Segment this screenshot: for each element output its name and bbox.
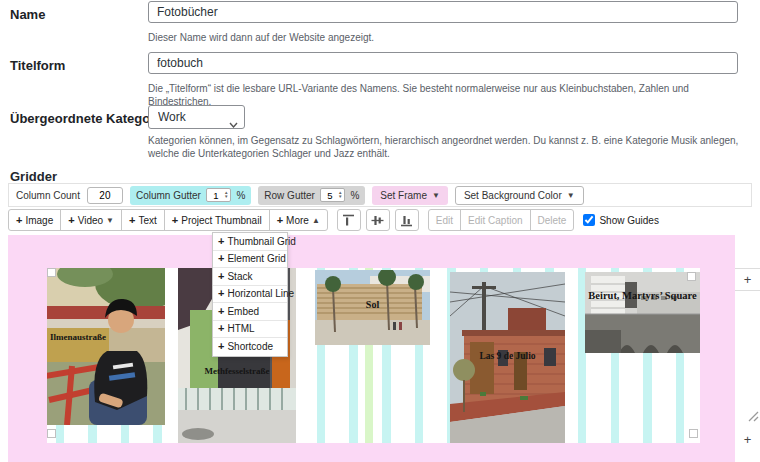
plus-icon: + xyxy=(218,288,224,299)
more-dropdown-menu: + Thumbnail Grid + Element Grid + Stack … xyxy=(212,232,288,357)
slug-input[interactable] xyxy=(148,52,738,74)
row-gutter-unit: % xyxy=(350,190,359,201)
edit-button[interactable]: Edit xyxy=(429,210,461,230)
selection-handle[interactable] xyxy=(687,272,696,281)
stepper-arrows-icon[interactable]: ▲▼ xyxy=(338,191,342,199)
plus-icon: + xyxy=(277,215,283,226)
delete-button[interactable]: Delete xyxy=(531,210,574,230)
selection-handle[interactable] xyxy=(47,429,56,438)
plus-icon: + xyxy=(218,341,224,352)
plus-icon: + xyxy=(172,215,178,226)
row-gutter-input[interactable] xyxy=(323,190,337,201)
photo-element-5[interactable] xyxy=(585,272,700,353)
menu-item-horizontal-line[interactable]: + Horizontal Line xyxy=(213,286,287,304)
plus-icon: + xyxy=(218,253,224,264)
column-gutter-input[interactable] xyxy=(209,190,223,201)
align-top-icon xyxy=(342,214,355,227)
beirut-ruins-photo xyxy=(585,272,700,353)
photo-element-3[interactable] xyxy=(315,270,430,345)
show-guides-control: Show Guides xyxy=(583,214,658,226)
category-edit-page: Name Dieser Name wird dann auf der Websi… xyxy=(0,0,760,462)
row-gutter-label: Row Gutter xyxy=(264,190,315,201)
photo-element-4[interactable] xyxy=(450,272,565,443)
menu-item-element-grid[interactable]: + Element Grid xyxy=(213,251,287,269)
selection-handle[interactable] xyxy=(47,268,56,277)
edit-button-group: Edit Edit Caption Delete xyxy=(428,209,575,231)
photo-element-1[interactable] xyxy=(47,268,165,425)
menu-item-thumbnail-grid[interactable]: + Thumbnail Grid xyxy=(213,233,287,251)
column-count-label: Column Count xyxy=(16,190,80,201)
align-top-button[interactable] xyxy=(337,209,361,231)
column-gutter-label: Column Gutter xyxy=(136,190,201,201)
plus-icon: + xyxy=(218,306,224,317)
menu-item-embed[interactable]: + Embed xyxy=(213,303,287,321)
align-bottom-button[interactable] xyxy=(395,209,419,231)
gridder-canvas[interactable]: Ilmenaustraße xyxy=(8,235,735,462)
show-guides-label: Show Guides xyxy=(599,215,658,226)
chevron-down-icon: ▼ xyxy=(432,191,440,200)
menu-item-shortcode[interactable]: + Shortcode xyxy=(213,338,287,356)
parent-category-help-text: Kategorien können, im Gegensatz zu Schla… xyxy=(148,134,748,160)
selection-handle[interactable] xyxy=(689,429,698,438)
align-bottom-icon xyxy=(400,214,413,227)
plus-icon: + xyxy=(16,215,22,226)
menu-item-html[interactable]: + HTML xyxy=(213,321,287,339)
column-gutter-chip: Column Gutter ▲▼ % xyxy=(130,186,251,205)
name-help-text: Dieser Name wird dann auf der Website an… xyxy=(148,31,374,44)
brick-house-photo xyxy=(450,272,565,443)
stepper-arrows-icon[interactable]: ▲▼ xyxy=(224,191,228,199)
column-gutter-unit: % xyxy=(236,190,245,201)
set-frame-button[interactable]: Set Frame ▼ xyxy=(372,186,448,205)
gridder-section-title: Gridder xyxy=(10,169,57,184)
add-image-button[interactable]: + Image xyxy=(9,210,61,230)
slug-label: Titelform xyxy=(10,58,65,73)
add-video-button[interactable]: + Video ▼ xyxy=(61,210,122,230)
align-middle-button[interactable] xyxy=(366,209,390,231)
menu-item-stack[interactable]: + Stack xyxy=(213,268,287,286)
show-guides-checkbox[interactable] xyxy=(583,214,595,226)
name-label: Name xyxy=(10,7,45,22)
chevron-up-icon: ▲ xyxy=(312,216,320,225)
chevron-down-icon: ▼ xyxy=(567,191,575,200)
parent-category-select[interactable]: Work xyxy=(148,105,245,129)
chevron-down-icon: ▼ xyxy=(106,216,114,225)
gridder-settings-bar: Column Count Column Gutter ▲▼ % Row Gutt… xyxy=(8,183,752,207)
column-gutter-stepper[interactable]: ▲▼ xyxy=(206,188,231,202)
resize-handle-icon[interactable] xyxy=(748,408,759,426)
plus-icon: + xyxy=(218,323,224,334)
name-input[interactable] xyxy=(148,1,738,23)
add-row-button-bottom[interactable]: + xyxy=(735,428,760,451)
add-project-thumbnail-button[interactable]: + Project Thumbnail xyxy=(165,210,270,230)
column-count-input[interactable] xyxy=(87,187,123,204)
add-row-button-top[interactable]: + xyxy=(735,268,760,291)
plus-icon: + xyxy=(68,215,74,226)
parent-category-label: Übergeordnete Kategorie xyxy=(10,111,166,126)
row-gutter-stepper[interactable]: ▲▼ xyxy=(320,188,345,202)
set-background-color-button[interactable]: Set Background Color ▼ xyxy=(455,186,584,205)
boy-portrait-photo xyxy=(47,268,165,425)
plus-icon: + xyxy=(129,215,135,226)
gridder-toolbar: + Image + Video ▼ + Text + Project Thumb… xyxy=(8,207,752,233)
plus-icon: + xyxy=(218,236,224,247)
edit-caption-button[interactable]: Edit Caption xyxy=(461,210,530,230)
beach-promenade-photo xyxy=(315,270,430,345)
align-middle-icon xyxy=(371,214,384,227)
add-text-button[interactable]: + Text xyxy=(122,210,165,230)
add-element-button-group: + Image + Video ▼ + Text + Project Thumb… xyxy=(8,209,328,231)
row-gutter-chip: Row Gutter ▲▼ % xyxy=(258,186,365,205)
more-button[interactable]: + More ▲ xyxy=(270,210,327,230)
plus-icon: + xyxy=(218,271,224,282)
